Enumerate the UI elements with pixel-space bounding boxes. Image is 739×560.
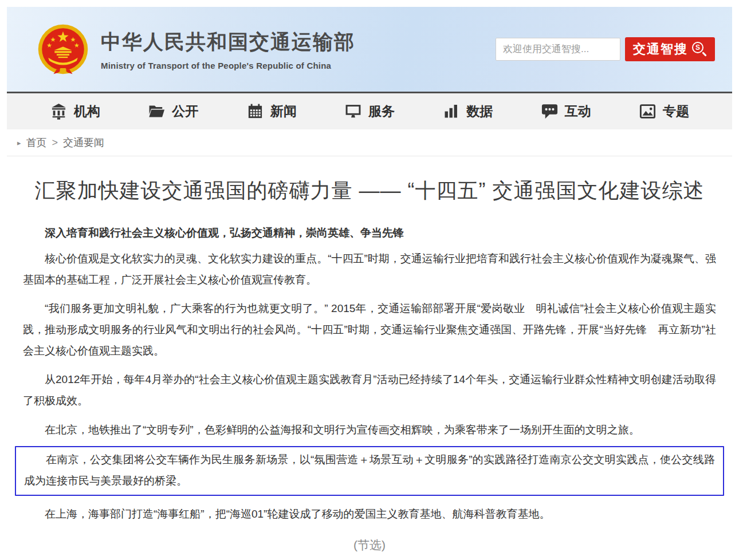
national-emblem-icon xyxy=(37,23,89,76)
nav-label: 新闻 xyxy=(270,102,297,120)
highlighted-paragraph-box: 在南京，公交集团将公交车辆作为民生服务新场景，以“氛围营造＋场景互动＋文明服务”… xyxy=(15,446,724,496)
article-paragraph-highlighted: 在南京，公交集团将公交车辆作为民生服务新场景，以“氛围营造＋场景互动＋文明服务”… xyxy=(24,449,715,491)
nav-label: 互动 xyxy=(565,102,591,120)
search-button-label: 交通智搜 xyxy=(633,41,688,58)
monitor-icon xyxy=(344,102,362,120)
page: 中华人民共和国交通运输部 Ministry of Transport of th… xyxy=(0,0,739,560)
nav-label: 专题 xyxy=(663,102,689,120)
folder-icon xyxy=(148,102,166,120)
search-button[interactable]: 交通智搜 S xyxy=(625,37,715,61)
nav-item-xinwen[interactable]: 新闻 xyxy=(246,102,297,120)
article-paragraph: 从2012年开始，每年4月举办的“社会主义核心价值观主题实践教育月”活动已经持续… xyxy=(23,369,716,411)
breadcrumb-separator: > xyxy=(52,137,58,149)
article-paragraph: 在上海，海事部门打造“海事红船”，把“海巡01”轮建设成了移动的爱国主义教育基地… xyxy=(23,503,716,524)
excerpt-note: (节选) xyxy=(23,537,716,553)
nav-item-hudong[interactable]: 互动 xyxy=(541,102,591,120)
breadcrumb-arrow-icon: ▸ xyxy=(17,139,21,147)
calendar-icon xyxy=(246,102,264,120)
nav-item-zhuanti[interactable]: 专题 xyxy=(639,102,689,120)
nav-label: 机构 xyxy=(74,102,100,120)
article-paragraph: “我们服务更加文明礼貌，广大乘客的行为也就更文明了。” 2015年，交通运输部部… xyxy=(23,298,716,361)
site-header: 中华人民共和国交通运输部 Ministry of Transport of th… xyxy=(7,7,732,92)
search-input[interactable] xyxy=(496,38,620,61)
article-paragraph: 核心价值观是文化软实力的灵魂、文化软实力建设的重点。“十四五”时期，交通运输行业… xyxy=(23,248,716,290)
nav-label: 公开 xyxy=(172,102,198,120)
breadcrumb: ▸ 首页 > 交通要闻 xyxy=(7,129,732,156)
article-title: 汇聚加快建设交通强国的磅礴力量 —— “十四五” 交通强国文化建设综述 xyxy=(23,178,716,203)
brand-text: 中华人民共和国交通运输部 Ministry of Transport of th… xyxy=(101,29,355,70)
nav-item-gongkai[interactable]: 公开 xyxy=(148,102,198,120)
site-title-en: Ministry of Transport of the People's Re… xyxy=(101,61,355,70)
nav-item-fuwu[interactable]: 服务 xyxy=(344,102,395,120)
bar-chart-icon xyxy=(442,102,460,120)
main-nav: 机构 公开 新闻 服务 xyxy=(7,92,732,129)
search-area: 交通智搜 S xyxy=(496,37,715,61)
bank-icon xyxy=(50,102,68,120)
breadcrumb-home-link[interactable]: 首页 xyxy=(26,136,47,149)
article: 汇聚加快建设交通强国的磅礴力量 —— “十四五” 交通强国文化建设综述 深入培育… xyxy=(7,156,732,553)
article-paragraph: 在北京，地铁推出了“文明专列”，色彩鲜明的公益海报和文明行为宣传画交相辉映，为乘… xyxy=(23,419,716,440)
nav-item-shuju[interactable]: 数据 xyxy=(442,102,493,120)
breadcrumb-current-link[interactable]: 交通要闻 xyxy=(63,136,104,149)
nav-label: 服务 xyxy=(368,102,395,120)
picture-icon xyxy=(639,102,657,120)
nav-label: 数据 xyxy=(466,102,493,120)
search-icon: S xyxy=(692,42,707,57)
site-title-cn: 中华人民共和国交通运输部 xyxy=(101,29,355,56)
site-brand[interactable]: 中华人民共和国交通运输部 Ministry of Transport of th… xyxy=(37,23,355,76)
speech-bubble-icon xyxy=(541,102,559,120)
nav-item-jigou[interactable]: 机构 xyxy=(50,102,100,120)
article-subheading: 深入培育和践行社会主义核心价值观，弘扬交通精神，崇尚英雄、争当先锋 xyxy=(23,226,716,240)
